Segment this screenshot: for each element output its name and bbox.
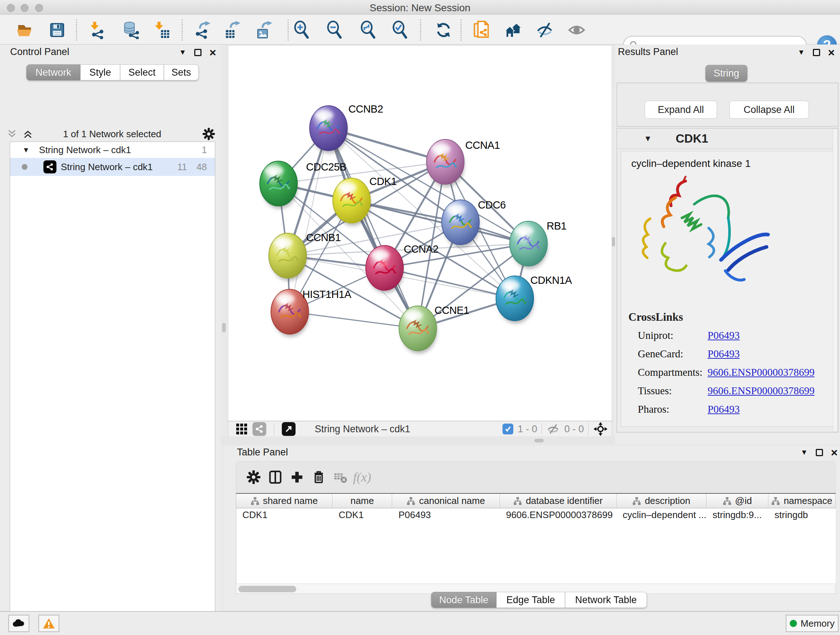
crosslink-link[interactable]: P06493 xyxy=(707,329,740,348)
column-header-shared-name[interactable]: shared name xyxy=(236,494,332,508)
hidden-count: 0 - 0 xyxy=(564,424,584,435)
tab-network[interactable]: Network xyxy=(27,65,80,80)
table-toolbar: f(x) xyxy=(236,461,836,493)
import-table-icon[interactable] xyxy=(152,20,172,40)
zoom-in-icon[interactable] xyxy=(292,20,311,40)
column-header-name[interactable]: name xyxy=(332,494,392,508)
network-node-CCNE1[interactable] xyxy=(399,306,437,354)
crosslink-link[interactable]: P06493 xyxy=(707,403,740,422)
gene-details: cyclin–dependent kinase 1 Cros xyxy=(621,151,835,427)
create-column-icon[interactable] xyxy=(286,466,308,488)
selected-checkbox-icon[interactable] xyxy=(502,424,513,434)
table-row[interactable]: CDK1CDK1P064939606.ENSP00000378699cyclin… xyxy=(236,508,836,521)
column-header-canonical-name[interactable]: canonical name xyxy=(392,494,500,508)
splitter-handle[interactable] xyxy=(534,439,544,442)
network-node-RB1[interactable] xyxy=(510,221,548,269)
network-row[interactable]: String Network – cdk1 11 48 xyxy=(10,158,215,176)
results-tab-string[interactable]: String xyxy=(706,65,747,81)
panel-float-icon[interactable]: ▼ xyxy=(179,48,186,57)
column-header-namespace[interactable]: namespace xyxy=(768,494,836,508)
network-name: String Network – cdk1 xyxy=(61,162,153,173)
hidden-eye-icon[interactable] xyxy=(546,423,560,435)
column-header-@id[interactable]: @id xyxy=(706,494,768,508)
network-node-CDKN1A[interactable] xyxy=(496,276,534,324)
network-edge[interactable] xyxy=(290,312,418,328)
gene-symbol: CDK1 xyxy=(676,132,708,146)
export-table-icon[interactable] xyxy=(223,20,243,40)
delete-column-icon[interactable] xyxy=(308,466,330,488)
collapse-all-icon[interactable] xyxy=(7,129,19,139)
panel-float-icon[interactable]: ▼ xyxy=(801,448,808,456)
panel-maximize-icon[interactable] xyxy=(816,449,823,456)
expand-all-button[interactable]: Expand All xyxy=(645,101,717,119)
scrollbar-thumb[interactable] xyxy=(238,586,296,592)
panel-close-icon[interactable]: × xyxy=(210,49,216,56)
panel-maximize-icon[interactable] xyxy=(813,49,820,56)
network-node-CDK1[interactable] xyxy=(333,178,371,226)
tab-edge-table[interactable]: Edge Table xyxy=(496,592,565,608)
home-icon[interactable] xyxy=(504,20,523,40)
node-label-RB1: RB1 xyxy=(546,220,567,232)
memory-label: Memory xyxy=(801,618,835,629)
network-node-CCNB2[interactable] xyxy=(309,106,347,154)
control-panel-tabs: NetworkStyleSelectSets xyxy=(27,65,199,80)
splitter-handle[interactable] xyxy=(222,323,226,333)
network-node-CCNB1[interactable] xyxy=(269,233,307,281)
gene-expander-icon[interactable]: ▼ xyxy=(644,134,652,143)
memory-status-icon xyxy=(790,620,797,627)
zoom-selected-icon[interactable] xyxy=(390,20,410,40)
node-label-CCNB1: CCNB1 xyxy=(306,232,341,243)
panel-close-icon[interactable]: × xyxy=(831,449,838,456)
import-network-icon[interactable] xyxy=(87,20,107,40)
panel-float-icon[interactable]: ▼ xyxy=(798,48,805,57)
warning-button[interactable] xyxy=(38,615,59,632)
network-edge[interactable] xyxy=(290,128,328,312)
function-builder-icon[interactable]: f(x) xyxy=(351,466,373,488)
network-node-CDC25B[interactable] xyxy=(260,161,298,209)
crosslink-link[interactable]: 9606.ENSP00000378699 xyxy=(707,385,815,403)
table-gear-icon[interactable] xyxy=(243,466,264,488)
network-node-CCNA1[interactable] xyxy=(426,139,464,187)
copy-style-icon[interactable] xyxy=(472,20,492,40)
warning-icon xyxy=(43,618,55,629)
expand-all-icon[interactable] xyxy=(23,129,35,139)
export-network-icon[interactable] xyxy=(193,20,213,40)
table-header-row: shared namenamecanonical namedatabase id… xyxy=(236,494,836,508)
memory-button[interactable]: Memory xyxy=(786,615,838,632)
collapse-all-button[interactable]: Collapse All xyxy=(729,101,809,119)
crosslink-link[interactable]: 9606.ENSP00000378699 xyxy=(707,366,815,385)
zoom-fit-icon[interactable] xyxy=(358,20,378,40)
cloud-button[interactable] xyxy=(8,615,29,632)
save-session-icon[interactable] xyxy=(47,20,67,40)
node-label-CDC25B: CDC25B xyxy=(306,161,346,173)
network-collection-row[interactable]: ▼ String Network – cdk1 1 xyxy=(10,142,215,158)
tab-style[interactable]: Style xyxy=(80,65,120,80)
delete-table-icon[interactable] xyxy=(330,466,351,488)
show-columns-icon[interactable] xyxy=(264,466,286,488)
column-header-description[interactable]: description xyxy=(617,494,706,508)
network-list-gear-icon[interactable] xyxy=(202,128,215,140)
network-node-CCNA2[interactable] xyxy=(366,245,404,293)
crosslink-link[interactable]: P06493 xyxy=(707,348,740,366)
zoom-out-icon[interactable] xyxy=(325,20,344,40)
export-image-icon[interactable] xyxy=(255,20,275,40)
network-edge[interactable] xyxy=(385,268,515,298)
results-scrollbar[interactable] xyxy=(833,128,838,432)
tab-network-table[interactable]: Network Table xyxy=(565,592,647,608)
panel-close-icon[interactable]: × xyxy=(828,49,835,56)
tab-node-table[interactable]: Node Table xyxy=(431,592,496,608)
import-database-icon[interactable] xyxy=(122,20,141,40)
collection-expander-icon[interactable]: ▼ xyxy=(22,146,30,154)
column-header-database-identifier[interactable]: database identifier xyxy=(500,494,617,508)
network-canvas[interactable]: CCNB2CCNA1CDC25BCDK1CDC6RB1CCNB1CCNA2CDK… xyxy=(228,45,612,421)
hide-selected-eye-icon[interactable] xyxy=(535,20,554,40)
tab-sets[interactable]: Sets xyxy=(164,65,199,80)
network-node-CDC6[interactable] xyxy=(442,200,480,248)
gene-section-header[interactable]: ▼ CDK1 xyxy=(617,128,838,149)
open-session-icon[interactable] xyxy=(15,20,34,40)
panel-maximize-icon[interactable] xyxy=(194,49,202,56)
refresh-layout-icon[interactable] xyxy=(434,20,453,40)
tab-select[interactable]: Select xyxy=(120,65,164,80)
pan-crosshair-icon[interactable] xyxy=(593,421,608,437)
show-all-eye-icon[interactable] xyxy=(567,20,586,40)
